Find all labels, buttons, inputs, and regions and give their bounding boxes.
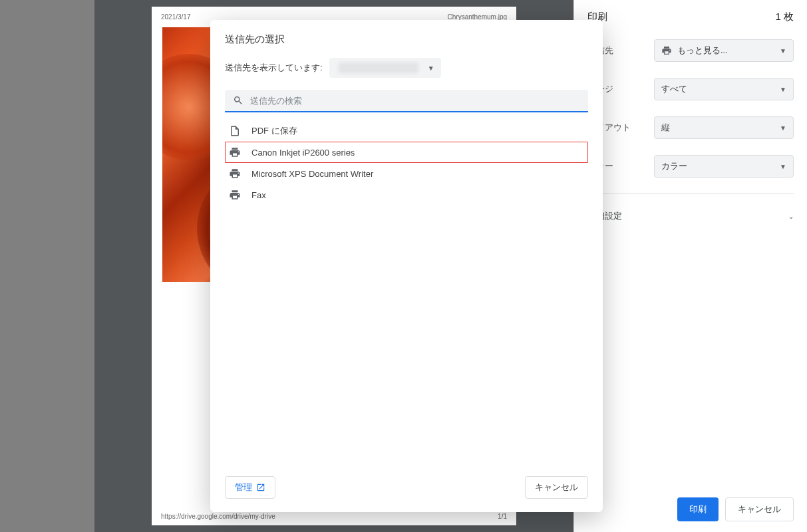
destination-item[interactable]: Fax (225, 184, 588, 205)
open-external-icon (256, 483, 265, 492)
account-blurred (339, 63, 418, 73)
manage-button[interactable]: 管理 (225, 476, 275, 499)
file-icon (229, 125, 241, 137)
account-selector[interactable]: ▼ (329, 58, 441, 78)
destination-label: PDF に保存 (251, 125, 297, 137)
destination-label: Canon Inkjet iP2600 series (251, 148, 355, 158)
modal-title: 送信先の選択 (225, 33, 588, 46)
destination-label: Fax (251, 190, 266, 200)
printer-icon (229, 146, 241, 158)
destination-item[interactable]: Microsoft XPS Document Writer (225, 163, 588, 184)
search-input[interactable] (250, 96, 580, 106)
printer-icon (229, 189, 241, 201)
destination-picker-modal: 送信先の選択 送信先を表示しています: ▼ PDF に保存Canon Inkje… (210, 20, 603, 512)
chevron-down-icon: ▼ (428, 65, 434, 72)
destination-item[interactable]: PDF に保存 (225, 120, 588, 142)
destination-label: Microsoft XPS Document Writer (251, 169, 373, 179)
search-icon (233, 95, 243, 106)
printer-icon (229, 168, 241, 180)
manage-label: 管理 (235, 481, 252, 493)
showing-destinations-label: 送信先を表示しています: (225, 62, 323, 74)
modal-cancel-button[interactable]: キャンセル (525, 476, 588, 499)
destination-search[interactable] (225, 90, 588, 112)
destination-item[interactable]: Canon Inkjet iP2600 series (225, 142, 588, 163)
destination-list: PDF に保存Canon Inkjet iP2600 seriesMicroso… (225, 120, 588, 205)
